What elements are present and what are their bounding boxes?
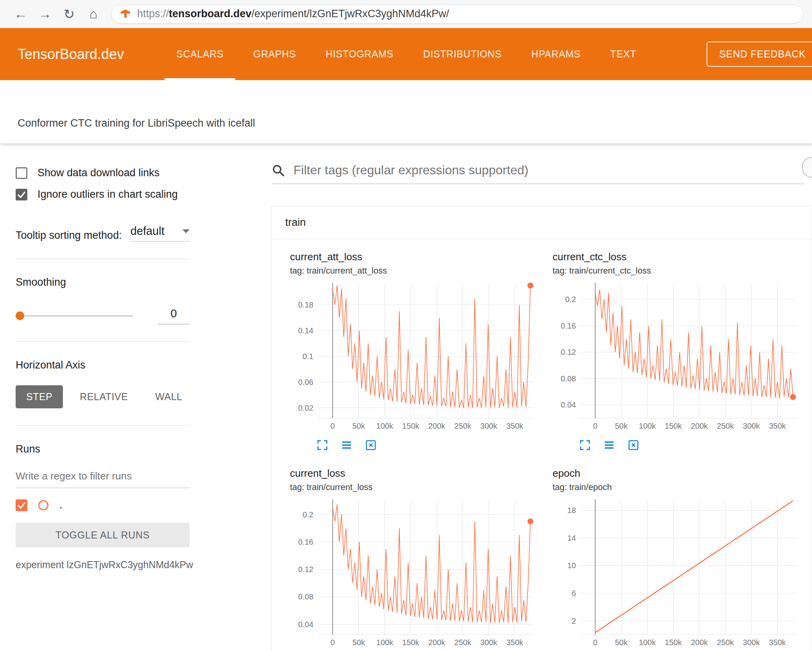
tensorboard-dev-page: ← → ↻ ⌂ https://tensorboard.dev/experime… (0, 0, 812, 651)
tab-distributions[interactable]: DISTRIBUTIONS (408, 28, 517, 80)
chart-tag: tag: train/current_loss (290, 482, 553, 492)
horizontal-axis-label: Horizontal Axis (16, 359, 190, 371)
divider (16, 426, 190, 426)
smoothing-slider[interactable] (16, 311, 133, 320)
svg-text:0.12: 0.12 (298, 565, 313, 574)
chevron-down-icon (182, 229, 190, 233)
experiment-title-bar: Conformer CTC training for LibriSpeech w… (0, 80, 812, 143)
fullscreen-icon[interactable] (317, 439, 328, 451)
browser-toolbar: ← → ↻ ⌂ https://tensorboard.dev/experime… (0, 0, 812, 28)
toggle-all-runs-button[interactable]: TOGGLE ALL RUNS (16, 523, 190, 547)
svg-text:0.08: 0.08 (298, 592, 313, 601)
checkbox-unchecked-icon (16, 167, 27, 179)
svg-text:14: 14 (567, 534, 576, 542)
section-train[interactable]: train (272, 206, 812, 239)
content-area: Show data download links Ignore outliers… (0, 143, 812, 651)
svg-text:100k: 100k (639, 638, 656, 647)
svg-text:0.02: 0.02 (298, 404, 313, 412)
home-icon[interactable]: ⌂ (81, 6, 106, 21)
tab-scalars[interactable]: SCALARS (161, 28, 238, 80)
chart-epoch: epoch tag: train/epoch 050k100k150k200k2… (553, 467, 812, 650)
experiment-id: experiment lzGnETjwRxC3yghNMd4kPw (16, 559, 190, 571)
svg-text:18: 18 (567, 506, 576, 515)
search-icon (272, 164, 285, 177)
svg-text:150k: 150k (665, 638, 682, 647)
svg-text:0.14: 0.14 (298, 326, 313, 335)
slider-thumb-icon[interactable] (16, 311, 24, 320)
ignore-outliers-toggle[interactable]: Ignore outliers in chart scaling (16, 188, 190, 200)
axis-relative-button[interactable]: RELATIVE (69, 385, 138, 408)
svg-text:250k: 250k (717, 422, 734, 430)
chart-title: current_loss (290, 467, 553, 479)
chart-tag: tag: train/epoch (553, 482, 812, 492)
chart-title: current_att_loss (290, 251, 553, 263)
svg-text:0: 0 (331, 422, 335, 430)
url-text: https://tensorboard.dev/experiment/lzGnE… (137, 8, 449, 20)
chart-plot[interactable]: 050k100k150k200k250k300k350k18141062 (553, 495, 812, 650)
svg-text:250k: 250k (454, 638, 472, 647)
app-title: TensorBoard.dev (18, 46, 124, 63)
svg-text:150k: 150k (402, 638, 419, 647)
chart-plot[interactable]: 050k100k150k200k250k300k350k0.20.160.120… (553, 279, 812, 434)
send-feedback-button[interactable]: SEND FEEDBACK (706, 41, 812, 67)
svg-text:50k: 50k (352, 638, 365, 647)
top-nav: SCALARS GRAPHS HISTOGRAMS DISTRIBUTIONS … (161, 28, 651, 80)
divider (16, 342, 190, 342)
reload-icon[interactable]: ↻ (57, 6, 81, 22)
svg-text:200k: 200k (691, 638, 708, 647)
forward-icon[interactable]: → (33, 6, 57, 21)
svg-text:0.06: 0.06 (298, 378, 313, 386)
chart-plot[interactable]: 050k100k150k200k250k300k350k0.180.140.10… (290, 279, 553, 434)
tooltip-sort-value: default (131, 225, 165, 238)
chart-tag: tag: train/current_ctc_loss (553, 266, 812, 276)
chart-toolbar (317, 439, 553, 451)
svg-text:0.16: 0.16 (561, 322, 576, 330)
train-card: train current_att_loss tag: train/curren… (272, 206, 812, 651)
fit-domain-icon[interactable] (628, 439, 639, 451)
tab-graphs[interactable]: GRAPHS (238, 28, 311, 80)
settings-sidebar: Show data download links Ignore outliers… (0, 143, 252, 651)
axis-wall-button[interactable]: WALL (145, 385, 193, 408)
svg-text:50k: 50k (615, 422, 628, 430)
svg-text:6: 6 (572, 589, 576, 597)
runs-filter-input[interactable] (16, 465, 190, 488)
axis-step-button[interactable]: STEP (16, 385, 63, 408)
svg-text:350k: 350k (506, 638, 524, 647)
back-icon[interactable]: ← (9, 6, 33, 21)
svg-text:350k: 350k (769, 422, 786, 430)
svg-text:300k: 300k (480, 422, 497, 430)
smoothing-value[interactable]: 0 (158, 307, 190, 324)
run-color-icon[interactable] (38, 500, 48, 510)
run-name: . (59, 499, 63, 511)
filter-tags-input[interactable] (293, 163, 804, 177)
run-checkbox-icon[interactable] (16, 499, 27, 511)
chart-tag: tag: train/current_att_loss (290, 266, 553, 276)
tab-hparams[interactable]: HPARAMS (517, 28, 596, 80)
address-bar[interactable]: https://tensorboard.dev/experiment/lzGnE… (111, 5, 803, 23)
checkbox-label: Ignore outliers in chart scaling (38, 188, 178, 200)
svg-text:100k: 100k (376, 422, 393, 430)
tab-text[interactable]: TEXT (596, 28, 651, 80)
filter-tags-row (272, 163, 804, 184)
svg-text:0.04: 0.04 (561, 401, 576, 409)
svg-text:300k: 300k (480, 638, 497, 647)
fullscreen-icon[interactable] (579, 439, 591, 451)
tooltip-sort-dropdown[interactable]: default (131, 225, 190, 241)
svg-text:0.04: 0.04 (298, 620, 313, 629)
show-download-links-toggle[interactable]: Show data download links (16, 167, 190, 179)
chart-title: epoch (553, 467, 812, 479)
svg-text:200k: 200k (691, 422, 708, 430)
svg-text:0.12: 0.12 (561, 348, 576, 356)
svg-text:100k: 100k (376, 638, 393, 647)
svg-text:0.18: 0.18 (298, 300, 313, 309)
svg-text:50k: 50k (615, 638, 628, 647)
tab-histograms[interactable]: HISTOGRAMS (311, 28, 408, 80)
experiment-title: Conformer CTC training for LibriSpeech w… (18, 117, 255, 129)
url-scheme: https:// (137, 8, 169, 20)
runs-list-icon[interactable] (341, 439, 352, 451)
runs-list-icon[interactable] (603, 439, 615, 451)
chart-current-att-loss: current_att_loss tag: train/current_att_… (290, 251, 553, 451)
chart-plot[interactable]: 050k100k150k200k250k300k350k0.20.160.120… (290, 495, 553, 650)
fit-domain-icon[interactable] (365, 439, 377, 451)
svg-text:150k: 150k (665, 422, 682, 430)
